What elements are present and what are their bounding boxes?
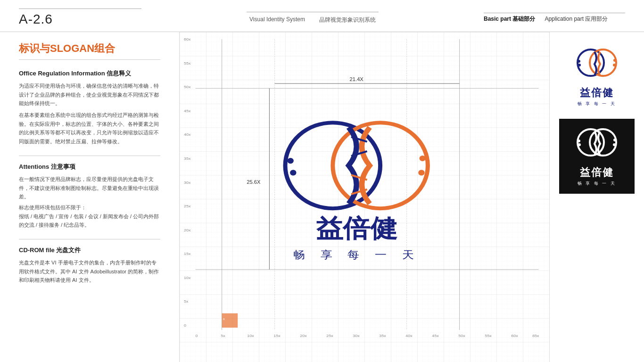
logo-black-svg: [571, 126, 623, 164]
svg-text:15x: 15x: [184, 252, 191, 256]
svg-text:45x: 45x: [184, 108, 191, 113]
divider-1: [19, 156, 160, 156]
logo-black-version: 益倍健 畅 享 每 一 天: [559, 119, 635, 194]
center-panel: 60x 55x 50x 45x 40x 35x 30x 25x 20x 15x …: [179, 32, 550, 362]
svg-text:55x: 55x: [485, 334, 492, 338]
header-nav: Basic part 基础部分 Application part 应用部分: [484, 15, 608, 23]
right-panel: 益倍健 畅 享 每 一 天 益倍健 畅 享 每 一 天: [550, 32, 644, 362]
info-section-1: Office Regulation Information 信息释义 为适应不同…: [19, 69, 160, 146]
header-top-line: [19, 8, 141, 9]
section2-text3: 报纸 / 电视广告 / 宣传 / 包装 / 会议 / 新闻发布会 / 公司内外部…: [19, 212, 160, 230]
svg-text:25x: 25x: [184, 204, 191, 208]
section2-heading: Attentions 注意事项: [19, 163, 160, 171]
svg-point-63: [613, 139, 616, 141]
section2-text1: 在一般情况下使用品牌标志，应尽量使用提供的光盘电子文件，不建议使用标准制图绘制标…: [19, 175, 160, 201]
svg-point-57: [613, 59, 616, 62]
svg-point-47: [287, 158, 293, 164]
svg-point-64: [613, 143, 616, 146]
svg-text:0: 0: [184, 323, 186, 327]
svg-text:15x: 15x: [273, 334, 281, 338]
svg-text:40x: 40x: [405, 334, 413, 338]
svg-text:50x: 50x: [458, 334, 465, 338]
svg-point-48: [290, 170, 296, 175]
svg-text:60x: 60x: [511, 334, 518, 338]
svg-text:5x: 5x: [184, 299, 189, 304]
svg-text:30x: 30x: [184, 180, 191, 184]
section1-text2: 在基本要素组合系统中出现的组合形式均经过严格的测算与检验。在实际应用中，标志的位…: [19, 111, 160, 146]
svg-point-56: [578, 64, 581, 66]
svg-point-50: [418, 170, 424, 175]
svg-text:10x: 10x: [247, 334, 254, 338]
svg-text:50x: 50x: [184, 85, 191, 89]
svg-text:35x: 35x: [184, 156, 191, 160]
main-content: 标识与SLOGAN组合 Office Regulation Informatio…: [0, 32, 644, 362]
svg-text:10x: 10x: [184, 275, 191, 280]
grid-svg: 60x 55x 50x 45x 40x 35x 30x 25x 20x 15x …: [180, 32, 549, 362]
application-part-label: Application part 应用部分: [545, 15, 608, 23]
info-section-2: Attentions 注意事项 在一般情况下使用品牌标志，应尽量使用提供的光盘电…: [19, 163, 160, 230]
svg-text:40x: 40x: [184, 132, 191, 137]
vi-system-label: Visual Identity System: [249, 16, 305, 24]
svg-text:5x: 5x: [221, 334, 225, 338]
header-center: Visual Identity System 品牌视觉形象识别系统: [247, 12, 379, 24]
svg-text:0: 0: [196, 334, 198, 338]
section1-heading: Office Regulation Information 信息释义: [19, 69, 160, 78]
svg-text:30x: 30x: [353, 334, 360, 338]
svg-text:25.6X: 25.6X: [247, 179, 260, 184]
basic-part-label: Basic part 基础部分: [484, 15, 535, 23]
svg-text:35x: 35x: [379, 334, 386, 338]
brand-slogan-white: 畅 享 每 一 天: [578, 101, 616, 107]
divider-2: [19, 239, 160, 239]
svg-point-58: [613, 64, 616, 66]
svg-point-55: [578, 60, 580, 63]
svg-text:畅 享 每 一 天: 畅 享 每 一 天: [293, 249, 420, 261]
svg-text:25x: 25x: [326, 334, 333, 338]
svg-point-61: [578, 140, 580, 142]
svg-point-49: [419, 156, 425, 161]
section1-text1: 为适应不同使用场合与环境，确保信息传达的清晰与准确，特设计了企业品牌的多种组合，…: [19, 82, 160, 108]
header-right: Basic part 基础部分 Application part 应用部分: [484, 13, 625, 23]
svg-text:45x: 45x: [432, 334, 439, 338]
brand-name-white: 益倍健: [580, 86, 614, 100]
svg-text:60x: 60x: [184, 37, 191, 41]
logo-white-svg: [571, 46, 623, 84]
header-left: A-2.6: [19, 8, 141, 27]
header-divider: [247, 12, 379, 12]
section3-text1: 光盘文件是本 VI 手册电子文件的集合，内含手册制作时的专用软件格式文件。其中 …: [19, 258, 160, 285]
left-panel: 标识与SLOGAN组合 Office Regulation Informatio…: [0, 32, 179, 362]
header-titles: Visual Identity System 品牌视觉形象识别系统: [249, 16, 376, 24]
svg-text:65x: 65x: [532, 334, 539, 338]
section3-heading: CD-ROM file 光盘文件: [19, 246, 160, 255]
svg-text:21.4X: 21.4X: [350, 77, 363, 82]
svg-text:20x: 20x: [300, 334, 307, 338]
svg-point-62: [578, 143, 581, 146]
logo-white-version: 益倍健 畅 享 每 一 天: [559, 41, 635, 112]
svg-text:益倍健: 益倍健: [316, 215, 398, 243]
brand-name-black: 益倍健: [580, 165, 614, 180]
header: A-2.6 Visual Identity System 品牌视觉形象识别系统 …: [0, 0, 644, 32]
section-title: 标识与SLOGAN组合: [19, 41, 160, 60]
page-code: A-2.6: [19, 12, 141, 27]
svg-text:20x: 20x: [184, 228, 191, 232]
info-section-3: CD-ROM file 光盘文件 光盘文件是本 VI 手册电子文件的集合，内含手…: [19, 246, 160, 285]
svg-text:55x: 55x: [184, 61, 191, 65]
header-right-line: [484, 13, 625, 13]
brand-slogan-black: 畅 享 每 一 天: [578, 181, 616, 187]
svg-text:x: x: [223, 317, 225, 321]
brand-cn-label: 品牌视觉形象识别系统: [319, 16, 376, 24]
section2-text2: 标志使用环境包括但不限于：: [19, 203, 160, 212]
